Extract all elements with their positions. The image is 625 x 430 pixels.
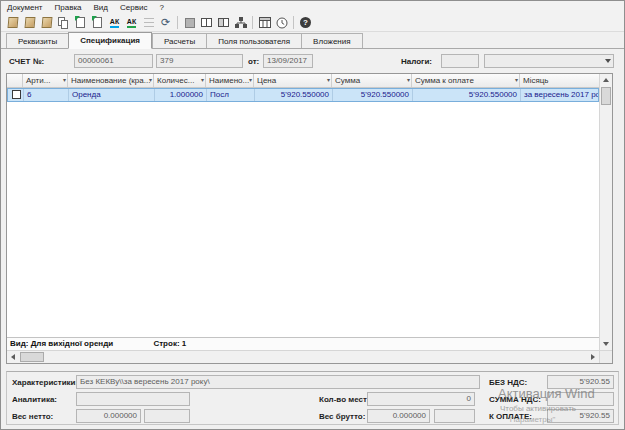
tab-polya-polzovatelya[interactable]: Поля пользователя bbox=[206, 33, 301, 48]
account-number-field[interactable]: 00000061 bbox=[74, 54, 153, 68]
cell-month: за вересень 2017 року bbox=[521, 89, 598, 101]
filter-arrow-icon[interactable]: ▾ bbox=[327, 74, 330, 87]
net-weight-unit-field[interactable] bbox=[144, 409, 190, 423]
taxes-label: Налоги: bbox=[401, 57, 432, 67]
vertical-scrollbar[interactable] bbox=[599, 74, 612, 350]
vat-sum-field[interactable] bbox=[547, 392, 614, 406]
paste-page-icon-2[interactable] bbox=[89, 15, 106, 31]
horizontal-scroll-thumb[interactable] bbox=[20, 352, 44, 362]
sheet-icon[interactable] bbox=[4, 15, 21, 31]
column-header-label: Місяць bbox=[523, 76, 549, 85]
refresh-glyph: ⟳ bbox=[161, 17, 170, 28]
column-header-label: Сумма к оплате bbox=[415, 76, 474, 85]
scroll-down-icon[interactable] bbox=[600, 338, 612, 350]
tab-vlozheniya[interactable]: Вложения bbox=[301, 33, 362, 48]
date-field[interactable]: 13/09/2017 bbox=[263, 54, 313, 68]
tab-rekvizity[interactable]: Реквизиты bbox=[6, 33, 68, 48]
grid-glyph bbox=[259, 17, 271, 28]
date-label: от: bbox=[248, 57, 259, 67]
gross-weight-field[interactable]: 0.000000 bbox=[367, 409, 430, 423]
column-header-label: Цена bbox=[257, 76, 276, 85]
characteristics-label: Характеристики: bbox=[12, 378, 78, 388]
refresh-icon[interactable]: ⟳ bbox=[157, 15, 174, 31]
column-header-sum-to-pay[interactable]: Сумма к оплате▾ bbox=[412, 74, 520, 87]
sheet-icon-glyph bbox=[24, 17, 35, 28]
menu-service[interactable]: Сервис bbox=[114, 3, 153, 12]
lines-glyph bbox=[144, 18, 154, 27]
cell-select bbox=[8, 89, 24, 101]
to-pay-field[interactable]: 5'920.55 bbox=[547, 409, 614, 423]
chevron-down-icon[interactable] bbox=[605, 59, 611, 63]
vertical-scroll-thumb[interactable] bbox=[601, 87, 611, 105]
menu-help[interactable]: ? bbox=[153, 3, 169, 12]
without-vat-field[interactable]: 5'920.55 bbox=[547, 375, 614, 389]
net-weight-label: Вес нетто: bbox=[12, 412, 53, 422]
analytics-field[interactable] bbox=[76, 392, 190, 406]
split-view-icon-2[interactable] bbox=[215, 15, 232, 31]
menu-document[interactable]: Документ bbox=[1, 3, 49, 12]
app-window: Документ Правка Вид Сервис ? АК АК ⟳ ? bbox=[0, 0, 625, 430]
filter-arrow-icon[interactable]: ▾ bbox=[249, 74, 252, 87]
help-glyph: ? bbox=[300, 17, 311, 28]
table-grid-icon[interactable] bbox=[256, 15, 273, 31]
panel-view-icon[interactable] bbox=[181, 15, 198, 31]
gross-weight-unit-field[interactable] bbox=[434, 409, 475, 423]
taxes-field[interactable] bbox=[441, 54, 479, 68]
column-header-month[interactable]: Місяць bbox=[520, 74, 599, 87]
column-header-artikul[interactable]: Арти...▾ bbox=[23, 74, 68, 87]
tree-view-icon[interactable] bbox=[232, 15, 249, 31]
split-view-icon[interactable] bbox=[198, 15, 215, 31]
toolbar: АК АК ⟳ ? bbox=[1, 14, 624, 32]
history-clock-icon[interactable] bbox=[273, 15, 290, 31]
row-checkbox[interactable] bbox=[12, 90, 21, 99]
menu-edit[interactable]: Правка bbox=[49, 3, 88, 12]
account-label: СЧЕТ №: bbox=[9, 57, 44, 67]
help-icon[interactable]: ? bbox=[297, 15, 314, 31]
cell-sum: 5'920.550000 bbox=[333, 89, 413, 101]
column-header-sum[interactable]: Сумма▾ bbox=[332, 74, 412, 87]
filter-arrow-icon[interactable]: ▾ bbox=[407, 74, 410, 87]
table-row[interactable]: 6 Оренда 1.000000 Посл 5'920.550000 5'92… bbox=[7, 88, 599, 102]
filter-arrow-icon[interactable]: ▾ bbox=[201, 74, 204, 87]
sheet-icon-3[interactable] bbox=[38, 15, 55, 31]
column-header-qty[interactable]: Количес...▾ bbox=[154, 74, 206, 87]
view-label: Вид: Для вихідної оренди bbox=[10, 339, 113, 348]
net-weight-field[interactable]: 0.000000 bbox=[76, 409, 141, 423]
cell-sum-to-pay: 5'920.550000 bbox=[413, 89, 521, 101]
ak-glyph: АК bbox=[110, 18, 119, 28]
places-label: Кол-во мест: bbox=[319, 395, 370, 405]
column-header-select[interactable] bbox=[7, 74, 23, 87]
column-header-unit[interactable]: Наимено...▾ bbox=[206, 74, 254, 87]
filter-arrow-icon[interactable]: ▾ bbox=[149, 74, 152, 87]
column-header-price[interactable]: Цена▾ bbox=[254, 74, 332, 87]
filter-arrow-icon[interactable]: ▾ bbox=[63, 74, 66, 87]
tab-raschety[interactable]: Расчеты bbox=[152, 33, 206, 48]
menu-bar: Документ Правка Вид Сервис ? bbox=[1, 1, 624, 14]
scroll-right-icon[interactable] bbox=[587, 351, 599, 363]
scrollbar-corner bbox=[599, 350, 612, 363]
table-body[interactable] bbox=[7, 102, 599, 337]
font-edit-green-icon[interactable]: АК bbox=[123, 15, 140, 31]
characteristics-field[interactable]: Без КЕКВу\\за вересень 2017 року\ bbox=[76, 375, 480, 389]
column-header-name[interactable]: Наименование (кра...▾ bbox=[68, 74, 154, 87]
scroll-left-icon[interactable] bbox=[7, 351, 19, 363]
scroll-up-icon[interactable] bbox=[600, 74, 612, 86]
places-field[interactable]: 0 bbox=[367, 392, 475, 406]
copy-icon[interactable] bbox=[55, 15, 72, 31]
sheet-icon-2[interactable] bbox=[21, 15, 38, 31]
taxes-dropdown[interactable] bbox=[484, 54, 614, 68]
tab-specifikaciya[interactable]: Спецификация bbox=[68, 32, 152, 49]
bottom-panel: Характеристики: Без КЕКВу\\за вересень 2… bbox=[6, 371, 619, 425]
horizontal-scrollbar[interactable] bbox=[7, 350, 599, 363]
account-code-field[interactable]: 379 bbox=[156, 54, 243, 68]
sheet-icon-glyph bbox=[7, 17, 18, 28]
column-header-label: Арти... bbox=[26, 76, 50, 85]
paste-page-icon[interactable] bbox=[72, 15, 89, 31]
menu-view[interactable]: Вид bbox=[88, 3, 114, 12]
column-header-label: Количес... bbox=[157, 76, 194, 85]
clock-glyph bbox=[276, 17, 288, 29]
font-edit-blue-icon[interactable]: АК bbox=[106, 15, 123, 31]
fields-disabled-icon bbox=[140, 15, 157, 31]
filter-arrow-icon[interactable]: ▾ bbox=[515, 74, 518, 87]
toolbar-separator bbox=[177, 16, 178, 29]
